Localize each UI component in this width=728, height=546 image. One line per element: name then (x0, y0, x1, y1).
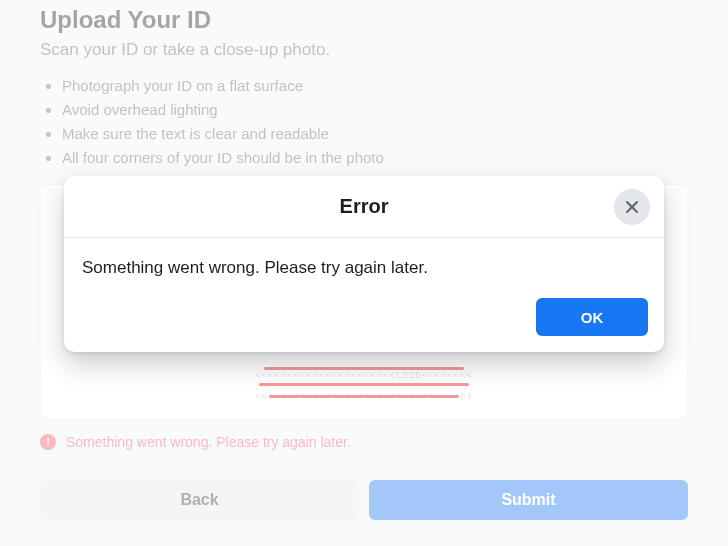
error-modal: Error Something went wrong. Please try a… (64, 176, 664, 352)
modal-footer: OK (64, 286, 664, 352)
close-icon (622, 197, 642, 217)
modal-close-button[interactable] (614, 189, 650, 225)
redaction-line (269, 395, 459, 398)
back-button[interactable]: Back (40, 480, 359, 520)
redaction-line (259, 383, 469, 386)
list-item: All four corners of your ID should be in… (62, 146, 688, 170)
modal-body-text: Something went wrong. Please try again l… (64, 238, 664, 286)
modal-header: Error (64, 176, 664, 238)
inline-error-text: Something went wrong. Please try again l… (66, 434, 351, 450)
page-title: Upload Your ID (40, 0, 688, 34)
list-item: Make sure the text is clear and readable (62, 122, 688, 146)
error-icon: ! (40, 434, 56, 450)
modal-title: Error (340, 195, 389, 218)
id-preview: <<<<<<<<<<<<<<<<<<<<<<LODD<<<<<<<< <<<<<… (214, 361, 514, 411)
submit-button[interactable]: Submit (369, 480, 688, 520)
list-item: Avoid overhead lighting (62, 98, 688, 122)
inline-error: ! Something went wrong. Please try again… (40, 434, 688, 450)
page-subtitle: Scan your ID or take a close-up photo. (40, 40, 688, 60)
mrz-line: <<<<<<<<<<<<<<<<<<<<<<LODD<<<<<<<< (255, 371, 473, 381)
tips-list: Photograph your ID on a flat surface Avo… (62, 74, 688, 170)
redaction-line (264, 367, 464, 370)
list-item: Photograph your ID on a flat surface (62, 74, 688, 98)
modal-ok-button[interactable]: OK (536, 298, 648, 336)
